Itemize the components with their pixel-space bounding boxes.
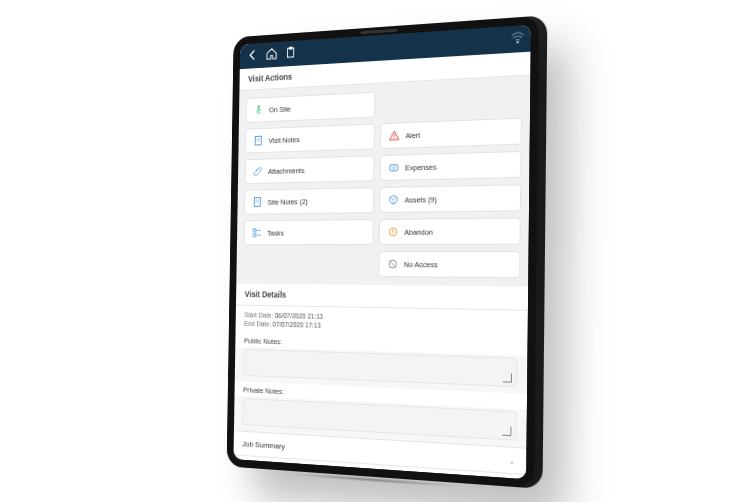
task-icon [252, 227, 262, 239]
clipboard-icon[interactable] [284, 45, 296, 61]
action-label: On Site [269, 104, 291, 114]
action-site-notes[interactable]: Site Notes (2) [244, 187, 374, 214]
action-on-site[interactable]: On Site [246, 92, 376, 123]
svg-point-20 [392, 233, 393, 234]
svg-rect-9 [390, 165, 398, 171]
action-abandon[interactable]: Abandon [379, 218, 521, 245]
svg-point-2 [517, 41, 519, 43]
expense-icon [388, 162, 399, 174]
abandon-icon [387, 226, 398, 238]
action-label: No Access [404, 260, 438, 269]
person-run-icon [253, 104, 263, 116]
action-no-access[interactable]: No Access [378, 251, 520, 278]
start-date-label: Start Date: [244, 311, 273, 318]
wifi-icon [511, 30, 525, 47]
action-label: Expenses [405, 162, 436, 172]
app-screen: Visit Actions On Site Visit Notes Alert [233, 25, 530, 480]
svg-rect-1 [289, 47, 292, 49]
end-date-label: End Date: [244, 320, 271, 327]
action-label: Visit Notes [268, 135, 299, 145]
action-tasks[interactable]: Tasks [244, 219, 374, 245]
asset-icon [388, 194, 399, 206]
end-date-value: 07/07/2020 17:13 [273, 321, 321, 329]
svg-point-8 [394, 138, 395, 139]
no-access-icon [387, 258, 398, 270]
action-label: Tasks [267, 228, 284, 237]
public-notes-input[interactable] [243, 349, 517, 387]
action-label: Abandon [404, 227, 433, 236]
home-icon[interactable] [265, 47, 277, 63]
start-date-value: 06/07/2020 21:13 [275, 312, 323, 320]
accordion-label: Job Summary [242, 439, 285, 450]
back-icon[interactable] [247, 48, 259, 64]
actions-grid: On Site Visit Notes Alert Attachments [236, 76, 530, 287]
action-label: Site Notes (2) [268, 197, 308, 206]
action-visit-notes[interactable]: Visit Notes [245, 124, 375, 154]
svg-point-10 [393, 166, 395, 169]
action-label: Attachments [268, 166, 305, 176]
action-expenses[interactable]: Expenses [380, 151, 522, 181]
action-label: Assets (9) [405, 195, 437, 205]
note-icon [252, 196, 262, 208]
attachment-icon [253, 165, 263, 177]
note-icon [253, 135, 263, 147]
svg-rect-15 [253, 234, 256, 237]
action-alert[interactable]: Alert [380, 118, 522, 150]
action-label: Alert [405, 130, 420, 140]
svg-line-22 [390, 261, 396, 267]
action-attachments[interactable]: Attachments [245, 155, 375, 184]
svg-point-3 [258, 105, 260, 107]
action-assets[interactable]: Assets (9) [379, 184, 521, 213]
chevron-down-icon: ⌄ [508, 455, 516, 466]
svg-rect-14 [253, 229, 256, 232]
alert-icon [389, 130, 400, 142]
